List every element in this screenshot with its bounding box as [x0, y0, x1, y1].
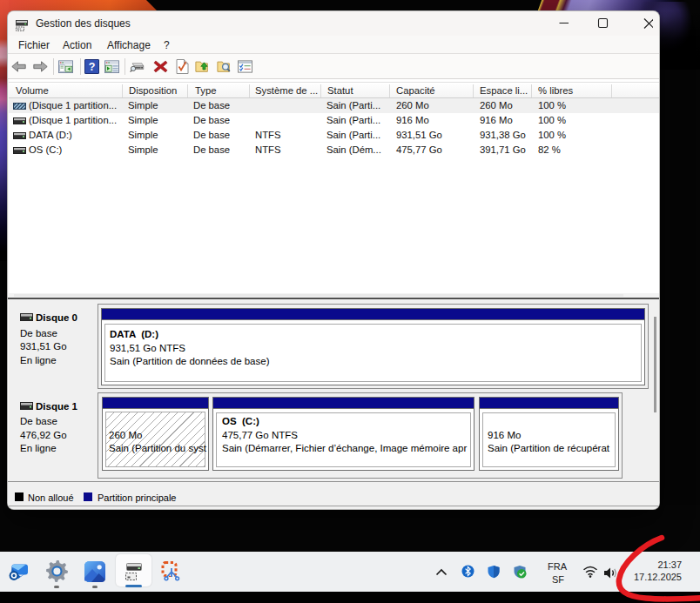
svg-text:?: ?: [89, 61, 96, 73]
